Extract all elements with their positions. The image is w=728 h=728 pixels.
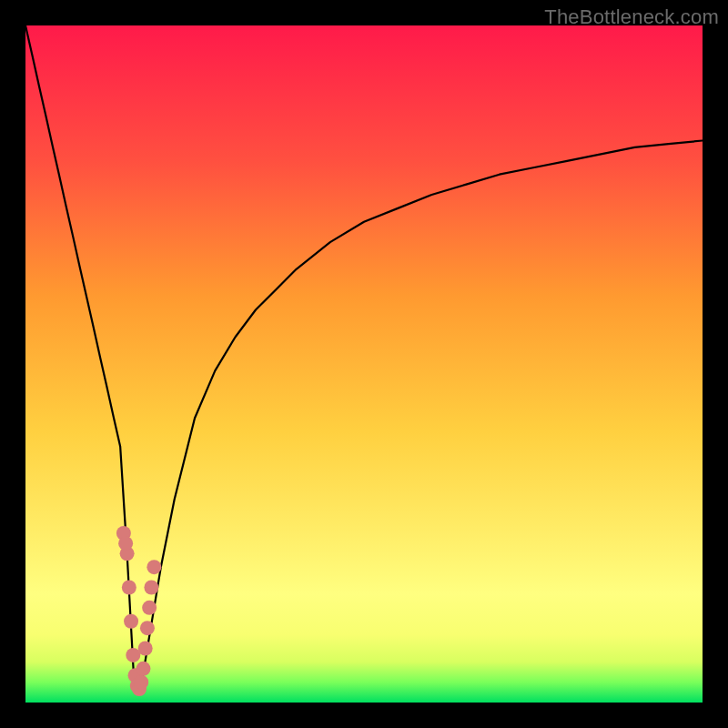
marker-dot <box>118 536 133 551</box>
plot-area <box>25 25 703 703</box>
plot-svg <box>25 25 703 703</box>
marker-dot <box>140 621 155 635</box>
marker-dot <box>144 581 158 595</box>
marker-dot <box>124 614 138 629</box>
marker-dot <box>126 648 140 662</box>
marker-dot <box>138 641 153 655</box>
marker-dot <box>136 662 150 676</box>
gradient-background <box>25 25 703 703</box>
marker-dot <box>134 675 148 690</box>
watermark-text: TheBottleneck.com <box>544 5 719 29</box>
marker-dot <box>147 560 161 574</box>
marker-dot <box>122 581 136 595</box>
marker-dot <box>142 601 157 615</box>
outer-frame: TheBottleneck.com <box>0 0 728 728</box>
